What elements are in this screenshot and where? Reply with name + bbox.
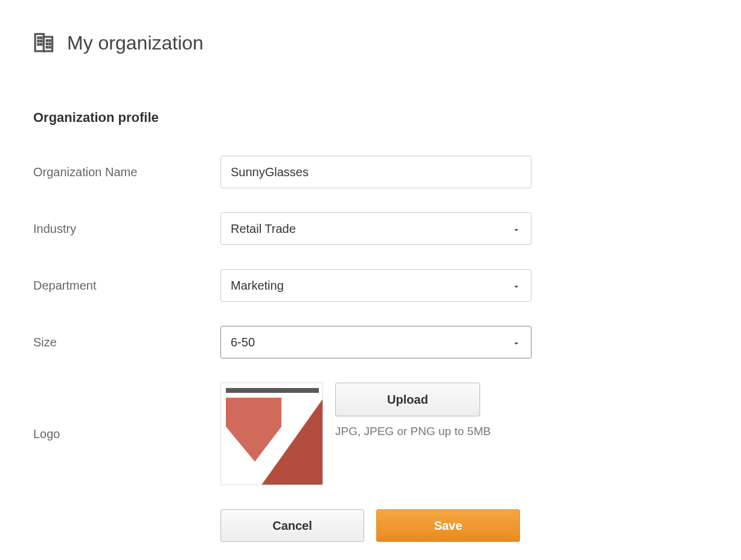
industry-label: Industry [33, 222, 220, 236]
cancel-button[interactable]: Cancel [220, 509, 364, 542]
logo-label: Logo [33, 427, 220, 441]
svg-rect-10 [46, 43, 48, 45]
industry-value: Retail Trade [231, 222, 296, 236]
department-select[interactable]: Marketing [220, 269, 531, 302]
svg-rect-3 [40, 37, 42, 39]
size-value: 6-50 [231, 336, 255, 349]
department-label: Department [33, 279, 220, 293]
org-name-input[interactable] [220, 156, 531, 188]
department-value: Marketing [231, 279, 284, 293]
page-title: My organization [67, 32, 204, 54]
building-icon [33, 30, 56, 56]
svg-rect-11 [49, 43, 51, 45]
form-row-size: Size 6-50 [33, 326, 708, 358]
svg-rect-6 [37, 43, 39, 45]
upload-hint: JPG, JPEG or PNG up to 5MB [335, 425, 491, 438]
svg-rect-15 [226, 388, 319, 393]
form-row-department: Department Marketing [33, 269, 708, 302]
chevron-down-icon [512, 281, 521, 290]
page-header: My organization [33, 30, 708, 56]
svg-rect-7 [40, 43, 42, 45]
upload-button[interactable]: Upload [335, 383, 480, 416]
logo-preview [220, 383, 323, 485]
svg-rect-2 [37, 37, 39, 39]
form-row-logo: Logo Upload JPG, JPEG or PNG up to 5MB [33, 383, 708, 485]
svg-rect-12 [46, 46, 48, 48]
save-button[interactable]: Save [376, 509, 520, 542]
svg-rect-13 [49, 46, 51, 48]
industry-select[interactable]: Retail Trade [220, 212, 531, 245]
svg-rect-4 [37, 40, 39, 42]
form-row-industry: Industry Retail Trade [33, 212, 708, 245]
form-row-org-name: Organization Name [33, 156, 708, 188]
chevron-down-icon [512, 224, 521, 234]
button-row: Cancel Save [220, 509, 708, 542]
org-name-label: Organization Name [33, 165, 220, 179]
size-label: Size [33, 336, 220, 349]
svg-rect-8 [46, 40, 48, 42]
svg-rect-5 [40, 40, 42, 42]
section-title: Organization profile [33, 110, 708, 126]
svg-rect-9 [49, 40, 51, 42]
chevron-down-icon [512, 337, 521, 347]
size-select[interactable]: 6-50 [220, 326, 531, 358]
